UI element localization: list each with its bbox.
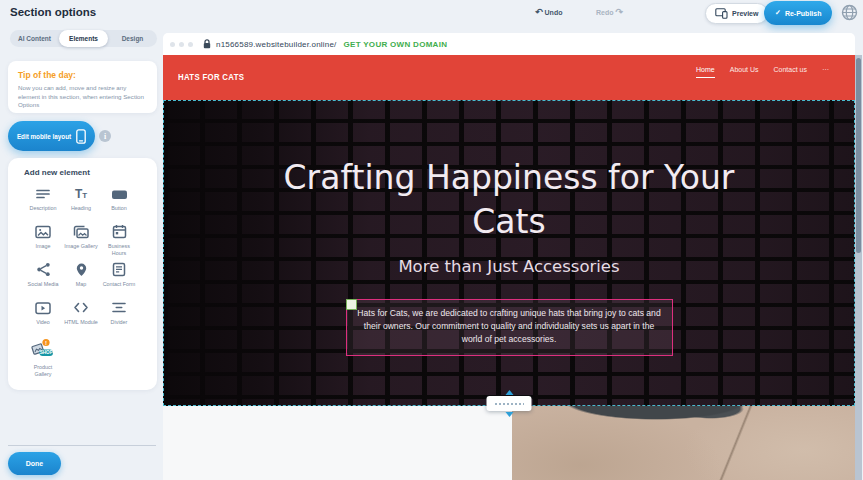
element-grid: Description TT Heading Button Image [24,186,157,376]
scrollbar-thumb[interactable] [856,58,861,253]
resize-down-arrow-icon [505,412,513,417]
sidebar-divider [8,445,156,446]
tip-body: Now you can add, move and resize any ele… [18,84,147,110]
done-button[interactable]: Done [8,452,61,475]
image-icon [35,225,51,239]
contact-form-icon [112,262,126,277]
heading-icon: TT [75,187,87,201]
site-preview: HATS FOR CATS Home About Us Contact us ⋯… [163,55,855,480]
tip-of-the-day-card: Tip of the day: Now you can add, move an… [8,61,157,113]
map-icon [75,262,88,277]
nav-item-home[interactable]: Home [696,66,715,78]
tab-design[interactable]: Design [108,30,157,47]
globe-language-icon[interactable] [841,4,858,21]
nav-more-icon[interactable]: ⋯ [822,66,829,78]
product-gallery-icon: ! SHOP [30,338,56,360]
preview-button[interactable]: Preview [705,3,768,24]
business-hours-icon [112,224,127,239]
element-item-heading[interactable]: TT Heading [62,186,100,224]
element-item-social-media[interactable]: Social Media [24,262,62,300]
site-header: HATS FOR CATS Home About Us Contact us ⋯ [163,55,855,100]
info-icon[interactable]: i [99,130,111,142]
resize-grip-dots [495,403,524,405]
hero-paragraph: Hats for Cats, we are dedicated to craft… [357,308,660,345]
get-own-domain-link[interactable]: GET YOUR OWN DOMAIN [344,40,448,49]
browser-bar: n1566589.websitebuilder.online/ GET YOUR… [163,33,855,55]
element-item-video[interactable]: Video [24,300,62,338]
resize-up-arrow-icon [505,390,513,395]
element-item-html-module[interactable]: HTML Module [62,300,100,338]
devices-icon [715,8,728,19]
lock-icon [203,39,211,49]
button-icon [111,187,128,201]
undo-icon: ↶ [535,7,543,17]
site-logo[interactable]: HATS FOR CATS [178,71,244,82]
hero-subtitle[interactable]: More than Just Accessories [163,257,855,276]
next-section-image[interactable] [512,406,855,480]
tab-ai-content[interactable]: AI Content [10,30,59,47]
browser-dot [179,42,184,47]
social-media-icon [36,262,51,277]
edit-mobile-layout-button[interactable]: Edit mobile layout [8,121,95,151]
element-item-button[interactable]: Button [100,186,138,224]
element-item-contact-form[interactable]: Contact Form [100,262,138,300]
page-title: Section options [10,6,96,18]
hero-section[interactable]: Crafting Happiness for Your Cats More th… [163,100,855,406]
nav-item-about[interactable]: About Us [730,66,759,77]
element-item-divider[interactable]: Divider [100,300,138,338]
element-item-map[interactable]: Map [62,262,100,300]
canvas-scrollbar[interactable] [855,55,862,480]
panel-title: Add new element [24,168,157,177]
republish-button[interactable]: ✓ Re-Publish [764,1,832,25]
description-icon [35,187,51,201]
undo-button[interactable]: ↶Undo [533,7,562,17]
tab-elements[interactable]: Elements [59,30,108,47]
next-section-blank [163,406,512,480]
site-nav: Home About Us Contact us ⋯ [696,66,829,78]
editor-window: Section options ↶Undo Redo↷ Preview ✓ Re… [0,0,863,480]
hero-paragraph-box[interactable]: Hats for Cats, we are dedicated to craft… [346,299,673,356]
svg-text:!: ! [45,340,47,346]
browser-dot [170,42,175,47]
redo-button[interactable]: Redo↷ [596,7,625,17]
image-gallery-icon [73,225,89,239]
section-resize-handle[interactable] [487,396,532,411]
hero-title[interactable]: Crafting Happiness for Your Cats [269,100,749,244]
element-item-product-gallery[interactable]: ! SHOP Product Gallery [24,338,62,376]
tip-title: Tip of the day: [18,70,147,80]
phone-icon [76,129,86,144]
redo-icon: ↷ [616,7,624,17]
element-item-image[interactable]: Image [24,224,62,262]
site-url[interactable]: n1566589.websitebuilder.online/ [216,40,337,49]
check-icon: ✓ [775,9,781,17]
video-icon [35,301,51,315]
divider-icon [111,301,127,314]
element-item-image-gallery[interactable]: Image Gallery [62,224,100,262]
browser-dot [188,42,193,47]
element-item-description[interactable]: Description [24,186,62,224]
add-element-panel: Add new element Description TT Heading B… [8,158,157,390]
element-drag-handle[interactable] [346,299,357,310]
nav-item-contact[interactable]: Contact us [774,66,807,77]
html-module-icon [73,301,89,314]
element-item-business-hours[interactable]: Business Hours [100,224,138,262]
shop-badge: SHOP [40,350,53,355]
sidebar-tabs: AI Content Elements Design [10,30,157,47]
